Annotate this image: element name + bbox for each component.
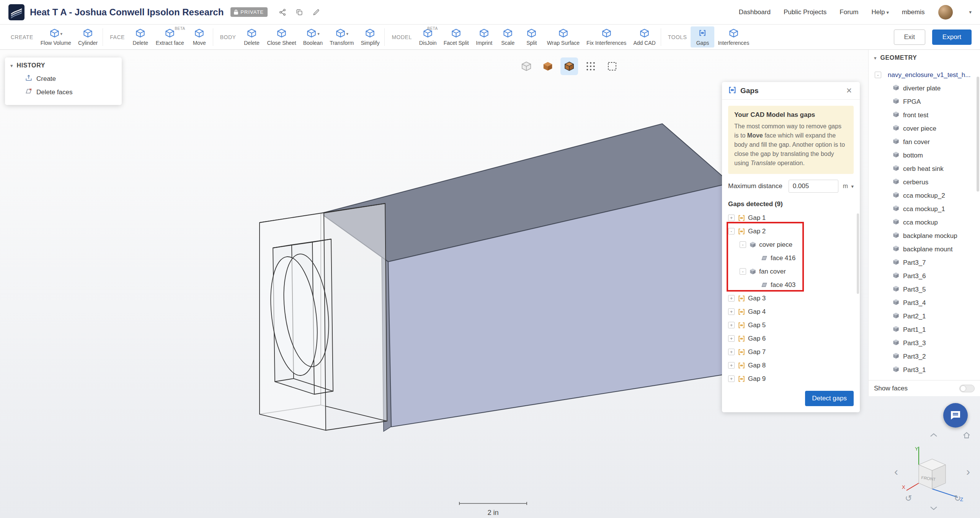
history-collapse-chevron-icon[interactable]: ▾ bbox=[10, 63, 13, 69]
orbit-down-chevron-icon[interactable] bbox=[929, 503, 938, 513]
geometry-item-part3-3[interactable]: Part3_3 bbox=[869, 336, 980, 350]
tool-facet-split[interactable]: Facet Split bbox=[440, 26, 472, 48]
tool-interferences[interactable]: Interferences bbox=[714, 26, 753, 48]
gap-tree-item-face-416[interactable]: face 416 bbox=[722, 251, 860, 265]
share-button[interactable] bbox=[276, 6, 289, 19]
expander-minus-icon[interactable]: - bbox=[740, 241, 746, 248]
expander-plus-icon[interactable]: + bbox=[728, 375, 735, 382]
tool-fix-interferences[interactable]: Fix Interferences bbox=[583, 26, 630, 48]
gap-tree-item-cover-piece[interactable]: -cover piece bbox=[722, 238, 860, 251]
gap-tree-item-gap-4[interactable]: +Gap 4 bbox=[722, 305, 860, 318]
gap-tree-item-face-403[interactable]: face 403 bbox=[722, 278, 860, 292]
expander-minus-icon[interactable]: - bbox=[740, 268, 746, 275]
tool-add-cad[interactable]: Add CAD bbox=[630, 26, 659, 48]
geometry-item-fpga[interactable]: FPGA bbox=[869, 95, 980, 108]
geometry-item-cerb-heat-sink[interactable]: cerb heat sink bbox=[869, 162, 980, 175]
tool-close-sheet[interactable]: Close Sheet bbox=[263, 26, 299, 48]
tool-delete[interactable]: Delete bbox=[240, 26, 263, 48]
user-menu-chevron-icon[interactable]: ▾ bbox=[969, 9, 972, 15]
tool-disjoin[interactable]: BETADisJoin bbox=[416, 26, 440, 48]
geometry-item-cca-mockup[interactable]: cca mockup bbox=[869, 216, 980, 229]
close-icon[interactable]: ✕ bbox=[844, 85, 854, 96]
expander-plus-icon[interactable]: + bbox=[728, 322, 735, 328]
geometry-item-cerberus[interactable]: cerberus bbox=[869, 175, 980, 189]
geometry-item-part3-2[interactable]: Part3_2 bbox=[869, 350, 980, 363]
orbit-right-chevron-icon[interactable]: › bbox=[966, 466, 970, 477]
geometry-item-backplane-mount[interactable]: backplane mount bbox=[869, 243, 980, 256]
orbit-left-chevron-icon[interactable]: ‹ bbox=[894, 466, 898, 477]
geometry-item-cca-mockup-1[interactable]: cca mockup_1 bbox=[869, 202, 980, 216]
chat-support-button[interactable] bbox=[943, 403, 968, 428]
view-mode-vertices-grid-icon[interactable] bbox=[582, 57, 599, 75]
tool-wrap-surface[interactable]: Wrap Surface bbox=[544, 26, 583, 48]
expander-plus-icon[interactable]: + bbox=[728, 349, 735, 355]
gap-tree-item-gap-2[interactable]: -Gap 2 bbox=[722, 225, 860, 238]
geometry-item-diverter-plate[interactable]: diverter plate bbox=[869, 82, 980, 95]
gap-tree-item-gap-6[interactable]: +Gap 6 bbox=[722, 332, 860, 345]
export-button[interactable]: Export bbox=[932, 30, 972, 45]
geometry-item-bottom[interactable]: bottom bbox=[869, 149, 980, 162]
tool-imprint[interactable]: Imprint bbox=[472, 26, 496, 48]
geometry-item-part3-4[interactable]: Part3_4 bbox=[869, 296, 980, 310]
geometry-collapse-chevron-icon[interactable]: ▾ bbox=[874, 55, 877, 61]
geometry-item-part1-1[interactable]: Part1_1 bbox=[869, 323, 980, 336]
gap-tree-item-gap-3[interactable]: +Gap 3 bbox=[722, 292, 860, 305]
gap-tree-item-gap-1[interactable]: +Gap 1 bbox=[722, 211, 860, 225]
tool-transform[interactable]: ▾Transform bbox=[326, 26, 357, 48]
view-mode-translucent-cube-icon[interactable] bbox=[518, 57, 535, 75]
tool-flow-volume[interactable]: ▾Flow Volume bbox=[37, 26, 75, 48]
tool-scale[interactable]: Scale bbox=[496, 26, 520, 48]
expander-plus-icon[interactable]: + bbox=[728, 362, 735, 369]
expander-plus-icon[interactable]: + bbox=[728, 295, 735, 302]
nav-help-menu[interactable]: Help▾ bbox=[871, 8, 889, 16]
nav-public-projects[interactable]: Public Projects bbox=[784, 8, 826, 16]
exit-button[interactable]: Exit bbox=[894, 30, 925, 45]
expander-plus-icon[interactable]: + bbox=[728, 335, 735, 342]
geometry-item-part3-7[interactable]: Part3_7 bbox=[869, 256, 980, 269]
user-avatar[interactable] bbox=[938, 5, 953, 20]
view-mode-shaded-cube-icon[interactable] bbox=[539, 57, 557, 75]
expander-plus-icon[interactable]: + bbox=[728, 308, 735, 315]
tool-boolean[interactable]: ▾Boolean bbox=[300, 26, 326, 48]
tool-cylinder[interactable]: Cylinder bbox=[75, 26, 101, 48]
copy-project-button[interactable] bbox=[293, 6, 306, 19]
tool-simplify[interactable]: Simplify bbox=[357, 26, 383, 48]
geometry-item-part2-1[interactable]: Part2_1 bbox=[869, 310, 980, 323]
maximum-distance-input[interactable] bbox=[789, 180, 838, 193]
expander-plus-icon[interactable]: + bbox=[728, 215, 735, 221]
geometry-item-part3-5[interactable]: Part3_5 bbox=[869, 283, 980, 296]
gap-tree-item-gap-7[interactable]: +Gap 7 bbox=[722, 345, 860, 359]
rename-button[interactable] bbox=[310, 6, 323, 19]
geometry-item-part3-1[interactable]: Part3_1 bbox=[869, 363, 980, 377]
tool-extract-face[interactable]: BETAExtract face bbox=[152, 26, 188, 48]
roll-cw-icon[interactable]: ↻ bbox=[954, 494, 961, 503]
geometry-item-fan-cover[interactable]: fan cover bbox=[869, 135, 980, 149]
show-faces-toggle[interactable] bbox=[959, 385, 975, 392]
gap-tree-item-gap-9[interactable]: +Gap 9 bbox=[722, 372, 860, 385]
tool-split[interactable]: Split bbox=[520, 26, 544, 48]
app-logo[interactable] bbox=[8, 4, 24, 20]
expander-minus-icon[interactable]: - bbox=[728, 228, 735, 234]
tool-move[interactable]: Move bbox=[188, 26, 211, 48]
nav-forum[interactable]: Forum bbox=[840, 8, 858, 16]
roll-ccw-icon[interactable]: ↺ bbox=[905, 494, 912, 503]
nav-dashboard[interactable]: Dashboard bbox=[739, 8, 771, 16]
history-item-create[interactable]: Create bbox=[5, 72, 122, 85]
gap-tree-item-fan-cover[interactable]: -fan cover bbox=[722, 265, 860, 278]
geometry-scrollbar[interactable] bbox=[977, 77, 979, 192]
box-select-icon[interactable] bbox=[603, 57, 621, 75]
detect-gaps-button[interactable]: Detect gaps bbox=[805, 391, 854, 406]
home-view-icon[interactable] bbox=[962, 431, 971, 441]
geometry-root-expander[interactable]: - bbox=[875, 72, 881, 78]
geometry-item-backplane-mockup[interactable]: backplane mockup bbox=[869, 229, 980, 243]
geometry-item-part3-6[interactable]: Part3_6 bbox=[869, 269, 980, 283]
unit-dropdown[interactable]: m ▾ bbox=[843, 183, 854, 190]
geometry-item-cca-mockup-2[interactable]: cca mockup_2 bbox=[869, 189, 980, 202]
geometry-root-item[interactable]: - navy_enclosure_v1_test_h... bbox=[869, 68, 980, 82]
gaps-scrollbar[interactable] bbox=[857, 213, 859, 294]
geometry-item-front-test[interactable]: front test bbox=[869, 108, 980, 122]
geometry-item-cover-piece[interactable]: cover piece bbox=[869, 122, 980, 135]
view-mode-shaded-edges-cube-icon[interactable] bbox=[560, 57, 578, 75]
tool-gaps[interactable]: Gaps bbox=[691, 26, 714, 48]
gap-tree-item-gap-8[interactable]: +Gap 8 bbox=[722, 359, 860, 372]
